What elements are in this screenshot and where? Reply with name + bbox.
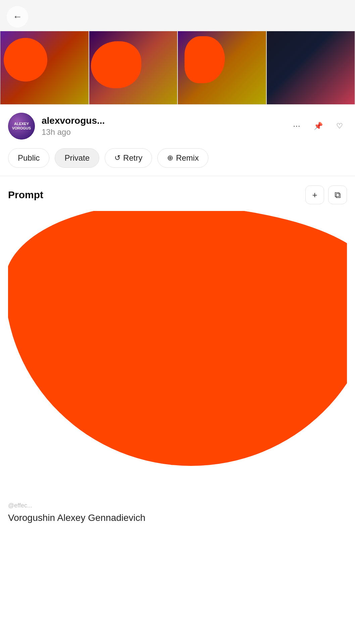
avatar-text: ALEXEY VOROGUS — [8, 122, 35, 130]
back-button[interactable]: ← — [7, 6, 28, 28]
public-label: Public — [18, 153, 40, 163]
prompt-orange-blob — [8, 211, 347, 466]
back-arrow-icon: ← — [13, 11, 22, 22]
orange-blob-2 — [91, 41, 141, 88]
retry-button[interactable]: ↺ Retry — [105, 148, 152, 168]
time-ago: 13h ago — [42, 127, 283, 137]
image-thumb-4[interactable] — [266, 31, 355, 105]
watermark-area: @effec... Vorogushin Alexey Gennadievich — [8, 502, 347, 523]
user-actions: ⋯ 📌 ♡ — [289, 119, 347, 133]
add-prompt-button[interactable]: + — [305, 185, 324, 204]
remix-label: Remix — [176, 153, 199, 163]
retry-label: Retry — [123, 153, 142, 163]
user-section: ALEXEY VOROGUS alexvorogus... 13h ago ⋯ … — [0, 105, 355, 145]
top-bar: ← — [0, 0, 355, 31]
username[interactable]: alexvorogus... — [42, 115, 283, 126]
bottom-section: @effec... Vorogushin Alexey Gennadievich — [0, 495, 355, 530]
avatar-inner: ALEXEY VOROGUS — [8, 113, 35, 140]
more-options-button[interactable]: ⋯ — [289, 119, 304, 133]
image-strip — [0, 31, 355, 105]
add-icon: + — [312, 190, 317, 200]
prompt-header: Prompt + ⧉ — [8, 185, 347, 204]
retry-icon: ↺ — [114, 154, 120, 162]
watermark-tag: @effec... — [8, 502, 347, 509]
public-button[interactable]: Public — [8, 148, 49, 168]
image-thumb-3[interactable] — [178, 31, 266, 105]
creator-name: Vorogushin Alexey Gennadievich — [8, 513, 347, 523]
prompt-actions: + ⧉ — [305, 185, 347, 204]
image-bg-4 — [267, 31, 355, 104]
copy-prompt-button[interactable]: ⧉ — [328, 185, 347, 204]
orange-blob-1 — [4, 38, 47, 82]
private-label: Private — [64, 153, 90, 163]
private-button[interactable]: Private — [55, 148, 99, 168]
like-button[interactable]: ♡ — [332, 119, 347, 133]
prompt-section: Prompt + ⧉ — [0, 176, 355, 495]
pin-button[interactable]: 📌 — [311, 119, 325, 133]
avatar[interactable]: ALEXEY VOROGUS — [8, 113, 35, 140]
remix-icon: ⊕ — [167, 154, 173, 162]
image-thumb-1[interactable] — [0, 31, 89, 105]
remix-button[interactable]: ⊕ Remix — [157, 148, 208, 168]
copy-icon: ⧉ — [335, 190, 341, 200]
user-info: alexvorogus... 13h ago — [42, 115, 283, 137]
action-buttons-row: Public Private ↺ Retry ⊕ Remix — [0, 145, 355, 176]
prompt-content-area — [8, 211, 347, 486]
prompt-title: Prompt — [8, 189, 43, 201]
image-thumb-2[interactable] — [89, 31, 178, 105]
